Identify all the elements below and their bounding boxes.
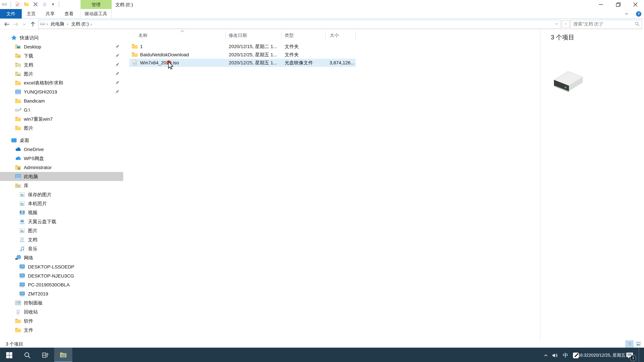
sidebar-item[interactable]: 本机照片	[0, 199, 123, 208]
file-row[interactable]: Win7x64_2020.iso 2020/12/25, 星期五 1... 光盘…	[129, 59, 356, 67]
volume-button[interactable]	[552, 352, 559, 359]
sidebar-item[interactable]: 音乐	[0, 244, 123, 253]
sidebar-item[interactable]: 桌面	[0, 136, 123, 145]
ime-indicator[interactable]: 中	[562, 352, 570, 359]
chevron-up-icon	[543, 352, 549, 358]
tab-file[interactable]: 文件	[0, 9, 22, 18]
sidebar-item[interactable]: win7重装win7	[0, 114, 123, 123]
sidebar-item[interactable]: 文件	[0, 326, 123, 335]
sidebar-item[interactable]: ZMT2019	[0, 290, 123, 299]
file-explorer-icon	[59, 351, 68, 358]
sidebar-item[interactable]: PC-20190530OBLA	[0, 280, 123, 290]
minimize-button[interactable]	[592, 0, 610, 9]
file-type: 文件夹	[282, 43, 326, 49]
sidebar-item[interactable]: 天翼云盘下载	[0, 217, 123, 226]
lib-video-icon	[19, 209, 26, 216]
sidebar-item[interactable]: Bandicam	[0, 96, 123, 106]
sidebar-item[interactable]: 此电脑	[0, 172, 123, 181]
qat-new-folder-button[interactable]	[24, 2, 29, 7]
sidebar-item[interactable]: 软件	[0, 317, 123, 326]
navigation-pane: 快速访问 Desktop 下载	[0, 29, 123, 341]
sidebar-item[interactable]: G:\	[0, 105, 123, 114]
recent-locations-button[interactable]	[20, 20, 28, 28]
sidebar-item-label: Desktop	[24, 44, 41, 49]
breadcrumb-item[interactable]: 此电脑	[45, 21, 66, 27]
search-icon[interactable]	[634, 21, 640, 26]
notification-center-button[interactable]: 3	[624, 350, 635, 361]
ribbon-tab[interactable]: 主页	[22, 9, 41, 18]
clock-time: 16:32	[578, 353, 589, 358]
clock[interactable]: 16:32 2020/12/25, 星期五	[582, 353, 621, 358]
qat-delete-button[interactable]	[33, 2, 38, 7]
search-box[interactable]: 搜索"文档 (E:)"	[570, 19, 642, 28]
sidebar-item[interactable]: OneDrive	[0, 145, 123, 154]
net-pc-icon	[19, 282, 26, 288]
hard-drive-icon	[551, 69, 585, 93]
pin-icon	[114, 53, 120, 59]
sidebar-item[interactable]: 网络	[0, 253, 123, 262]
ribbon-tab[interactable]: 共享	[40, 9, 60, 18]
file-date: 2020/12/15, 星期二 1...	[226, 43, 282, 49]
sidebar-item[interactable]: 回收站	[0, 307, 123, 317]
sidebar-item-label: PC-20190530OBLA	[28, 282, 70, 287]
address-bar[interactable]: 此电脑文档 (E:)	[38, 19, 561, 28]
qat-properties-button[interactable]	[15, 2, 20, 7]
ribbon-tab[interactable]: 查看	[60, 9, 78, 18]
sidebar-item[interactable]: 视频	[0, 208, 123, 217]
details-view-button[interactable]	[626, 341, 634, 347]
file-type: 文件夹	[282, 51, 326, 58]
column-header-name[interactable]: 名称	[129, 32, 226, 39]
sidebar-item[interactable]: YUNQISHI2019	[0, 87, 123, 96]
sidebar-item[interactable]: 控制面板	[0, 298, 123, 307]
taskbar-file-explorer-button[interactable]	[54, 348, 72, 362]
thumbnail-view-button[interactable]	[634, 341, 642, 347]
back-button[interactable]	[2, 20, 11, 28]
folder-desktop-icon	[15, 43, 21, 50]
sidebar-item[interactable]: 库	[0, 181, 123, 190]
help-button[interactable]: ?	[636, 11, 642, 16]
folder-icon	[15, 98, 21, 104]
sidebar-item[interactable]: DESKTOP-LSSOEDP	[0, 262, 123, 271]
file-row[interactable]: 1 2020/12/15, 星期二 1... 文件夹	[129, 42, 356, 50]
sidebar-item[interactable]: 图片	[0, 69, 123, 78]
sidebar-item[interactable]: 快速访问	[0, 33, 123, 42]
tab-drive-tools[interactable]: 驱动器工具	[80, 9, 112, 18]
breadcrumb-item[interactable]: 文档 (E:)	[66, 21, 90, 27]
titlebar: 管理 文档 (E:)	[0, 0, 644, 9]
ribbon-expand-button[interactable]	[624, 11, 629, 16]
close-button[interactable]	[627, 0, 644, 9]
sidebar-item[interactable]: Desktop	[0, 42, 123, 51]
address-dropdown-button[interactable]	[554, 21, 559, 26]
sidebar-item-label: 视频	[28, 210, 38, 216]
restore-button[interactable]	[610, 0, 627, 9]
up-button[interactable]	[28, 20, 37, 28]
sidebar-item[interactable]: Administrator	[0, 163, 123, 172]
sidebar-item[interactable]: excel表格制作求和	[0, 78, 123, 87]
start-button[interactable]	[0, 348, 18, 362]
file-date: 2020/12/25, 星期五 1...	[226, 51, 282, 58]
user-folder-icon	[15, 164, 21, 171]
sidebar-item[interactable]: 图片	[0, 226, 123, 235]
sidebar-item-label: DESKTOP-NJEU3CG	[28, 273, 74, 278]
chevron-down-icon	[22, 22, 26, 26]
qat-recycle-button[interactable]	[42, 2, 47, 7]
taskbar-search-button[interactable]	[18, 348, 36, 362]
column-header-type[interactable]: 类型	[282, 32, 326, 39]
sidebar-item[interactable]: DESKTOP-NJEU3CG	[0, 271, 123, 280]
sidebar-item[interactable]: 图片	[0, 123, 123, 133]
sidebar-item[interactable]: WPS网盘	[0, 154, 123, 163]
task-view-button[interactable]	[36, 348, 54, 362]
sidebar-item-label: WPS网盘	[24, 155, 44, 162]
sidebar-item[interactable]: 保存的图片	[0, 190, 123, 199]
sidebar-item[interactable]: 文档	[0, 60, 123, 69]
column-header-size[interactable]: 大小	[326, 32, 356, 39]
show-desktop-button[interactable]	[639, 348, 641, 362]
forward-button[interactable]	[11, 20, 20, 28]
qat-customize-button[interactable]	[51, 2, 55, 6]
refresh-button[interactable]	[562, 20, 570, 28]
sidebar-item[interactable]: 下载	[0, 51, 123, 60]
file-row[interactable]: BaiduNetdiskDownload 2020/12/25, 星期五 1..…	[129, 50, 356, 59]
tray-overflow-button[interactable]	[543, 352, 549, 358]
sidebar-item[interactable]: 文档	[0, 235, 123, 244]
column-header-date[interactable]: 修改日期	[226, 32, 282, 39]
